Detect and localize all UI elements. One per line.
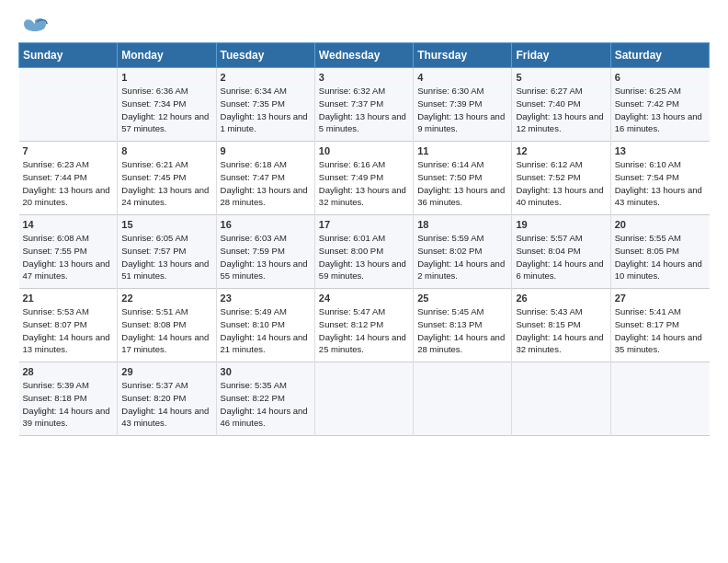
- column-header-saturday: Saturday: [610, 43, 709, 68]
- sunrise-text: Sunrise: 6:12 AM: [516, 158, 606, 171]
- day-number: 13: [615, 145, 706, 156]
- day-number: 28: [23, 366, 114, 377]
- cell-5-2: 29 Sunrise: 5:37 AM Sunset: 8:20 PM Dayl…: [118, 362, 216, 436]
- cell-4-3: 23 Sunrise: 5:49 AM Sunset: 8:10 PM Dayl…: [216, 289, 314, 362]
- day-number: 16: [221, 219, 311, 230]
- cell-info: Sunrise: 6:16 AM Sunset: 7:49 PM Dayligh…: [319, 158, 409, 209]
- day-number: 8: [121, 145, 211, 156]
- sunset-text: Sunset: 7:59 PM: [221, 245, 311, 258]
- daylight-text: Daylight: 14 hours and 2 minutes.: [417, 258, 507, 283]
- cell-2-5: 11 Sunrise: 6:14 AM Sunset: 7:50 PM Dayl…: [414, 142, 512, 215]
- cell-info: Sunrise: 6:34 AM Sunset: 7:35 PM Dayligh…: [221, 85, 311, 135]
- daylight-text: Daylight: 14 hours and 25 minutes.: [319, 331, 409, 357]
- week-row-4: 21 Sunrise: 5:53 AM Sunset: 8:07 PM Dayl…: [19, 289, 710, 362]
- cell-1-6: 5 Sunrise: 6:27 AM Sunset: 7:40 PM Dayli…: [512, 68, 610, 142]
- cell-info: Sunrise: 6:18 AM Sunset: 7:47 PM Dayligh…: [221, 158, 311, 209]
- cell-4-6: 26 Sunrise: 5:43 AM Sunset: 8:15 PM Dayl…: [512, 289, 610, 362]
- sunrise-text: Sunrise: 6:16 AM: [319, 158, 409, 171]
- sunset-text: Sunset: 8:04 PM: [516, 245, 606, 258]
- sunset-text: Sunset: 7:40 PM: [516, 98, 606, 110]
- cell-1-2: 1 Sunrise: 6:36 AM Sunset: 7:34 PM Dayli…: [118, 68, 216, 142]
- cell-3-7: 20 Sunrise: 5:55 AM Sunset: 8:05 PM Dayl…: [610, 215, 709, 289]
- cell-1-1: [19, 68, 118, 142]
- sunrise-text: Sunrise: 5:47 AM: [319, 305, 409, 318]
- cell-info: Sunrise: 6:08 AM Sunset: 7:55 PM Dayligh…: [23, 232, 114, 282]
- sunrise-text: Sunrise: 5:37 AM: [121, 379, 211, 392]
- sunset-text: Sunset: 7:42 PM: [615, 98, 706, 110]
- cell-4-7: 27 Sunrise: 5:41 AM Sunset: 8:17 PM Dayl…: [610, 289, 709, 362]
- header: [18, 17, 710, 35]
- daylight-text: Daylight: 14 hours and 17 minutes.: [121, 331, 211, 357]
- day-number: 6: [615, 72, 706, 83]
- day-number: 30: [221, 366, 311, 377]
- sunrise-text: Sunrise: 6:32 AM: [319, 85, 409, 98]
- sunrise-text: Sunrise: 6:23 AM: [23, 158, 114, 171]
- day-number: 21: [23, 293, 114, 304]
- cell-5-3: 30 Sunrise: 5:35 AM Sunset: 8:22 PM Dayl…: [216, 362, 314, 436]
- cell-info: Sunrise: 5:47 AM Sunset: 8:12 PM Dayligh…: [319, 305, 409, 356]
- sunset-text: Sunset: 8:20 PM: [121, 392, 211, 405]
- daylight-text: Daylight: 14 hours and 13 minutes.: [23, 331, 114, 357]
- cell-2-1: 7 Sunrise: 6:23 AM Sunset: 7:44 PM Dayli…: [19, 142, 118, 215]
- sunrise-text: Sunrise: 6:25 AM: [615, 85, 706, 98]
- sunset-text: Sunset: 8:08 PM: [121, 318, 211, 331]
- cell-3-4: 17 Sunrise: 6:01 AM Sunset: 8:00 PM Dayl…: [314, 215, 413, 289]
- sunrise-text: Sunrise: 5:35 AM: [221, 379, 311, 392]
- sunrise-text: Sunrise: 6:03 AM: [221, 232, 311, 245]
- day-number: 26: [516, 293, 606, 304]
- sunset-text: Sunset: 7:52 PM: [516, 171, 606, 184]
- cell-5-5: [414, 362, 512, 436]
- day-number: 27: [615, 293, 706, 304]
- sunset-text: Sunset: 8:05 PM: [615, 245, 706, 258]
- cell-info: Sunrise: 5:57 AM Sunset: 8:04 PM Dayligh…: [516, 232, 606, 282]
- daylight-text: Daylight: 13 hours and 5 minutes.: [319, 110, 409, 136]
- day-number: 14: [23, 219, 114, 230]
- daylight-text: Daylight: 14 hours and 32 minutes.: [516, 331, 606, 357]
- week-row-5: 28 Sunrise: 5:39 AM Sunset: 8:18 PM Dayl…: [19, 362, 710, 436]
- sunset-text: Sunset: 7:34 PM: [121, 98, 211, 110]
- logo: [18, 17, 48, 35]
- daylight-text: Daylight: 13 hours and 1 minute.: [221, 110, 311, 136]
- cell-4-2: 22 Sunrise: 5:51 AM Sunset: 8:08 PM Dayl…: [118, 289, 216, 362]
- cell-1-4: 3 Sunrise: 6:32 AM Sunset: 7:37 PM Dayli…: [314, 68, 413, 142]
- cell-5-7: [610, 362, 709, 436]
- day-number: 15: [121, 219, 211, 230]
- cell-info: Sunrise: 6:12 AM Sunset: 7:52 PM Dayligh…: [516, 158, 606, 209]
- sunrise-text: Sunrise: 6:05 AM: [121, 232, 211, 245]
- cell-info: Sunrise: 6:21 AM Sunset: 7:45 PM Dayligh…: [121, 158, 211, 209]
- day-number: 17: [319, 219, 409, 230]
- day-number: 7: [23, 145, 114, 156]
- cell-2-6: 12 Sunrise: 6:12 AM Sunset: 7:52 PM Dayl…: [512, 142, 610, 215]
- daylight-text: Daylight: 13 hours and 28 minutes.: [221, 184, 311, 210]
- daylight-text: Daylight: 13 hours and 43 minutes.: [615, 184, 706, 210]
- sunrise-text: Sunrise: 5:41 AM: [615, 305, 706, 318]
- cell-3-3: 16 Sunrise: 6:03 AM Sunset: 7:59 PM Dayl…: [216, 215, 314, 289]
- daylight-text: Daylight: 12 hours and 57 minutes.: [121, 110, 211, 136]
- cell-3-2: 15 Sunrise: 6:05 AM Sunset: 7:57 PM Dayl…: [118, 215, 216, 289]
- daylight-text: Daylight: 13 hours and 20 minutes.: [23, 184, 114, 210]
- cell-5-6: [512, 362, 610, 436]
- cell-info: Sunrise: 6:10 AM Sunset: 7:54 PM Dayligh…: [615, 158, 706, 209]
- sunset-text: Sunset: 7:57 PM: [121, 245, 211, 258]
- cell-info: Sunrise: 5:51 AM Sunset: 8:08 PM Dayligh…: [121, 305, 211, 356]
- cell-5-1: 28 Sunrise: 5:39 AM Sunset: 8:18 PM Dayl…: [19, 362, 118, 436]
- sunset-text: Sunset: 8:17 PM: [615, 318, 706, 331]
- cell-2-4: 10 Sunrise: 6:16 AM Sunset: 7:49 PM Dayl…: [314, 142, 413, 215]
- cell-3-1: 14 Sunrise: 6:08 AM Sunset: 7:55 PM Dayl…: [19, 215, 118, 289]
- cell-2-7: 13 Sunrise: 6:10 AM Sunset: 7:54 PM Dayl…: [610, 142, 709, 215]
- sunrise-text: Sunrise: 6:10 AM: [615, 158, 706, 171]
- cell-info: Sunrise: 6:01 AM Sunset: 8:00 PM Dayligh…: [319, 232, 409, 282]
- day-number: 23: [221, 293, 311, 304]
- sunset-text: Sunset: 7:45 PM: [121, 171, 211, 184]
- day-number: 11: [417, 145, 507, 156]
- cell-info: Sunrise: 6:32 AM Sunset: 7:37 PM Dayligh…: [319, 85, 409, 135]
- sunrise-text: Sunrise: 5:59 AM: [417, 232, 507, 245]
- cell-info: Sunrise: 5:49 AM Sunset: 8:10 PM Dayligh…: [221, 305, 311, 356]
- day-number: 12: [516, 145, 606, 156]
- daylight-text: Daylight: 14 hours and 39 minutes.: [23, 405, 114, 431]
- daylight-text: Daylight: 14 hours and 46 minutes.: [221, 405, 311, 431]
- sunset-text: Sunset: 8:18 PM: [23, 392, 114, 405]
- day-number: 25: [417, 293, 507, 304]
- cell-info: Sunrise: 5:45 AM Sunset: 8:13 PM Dayligh…: [417, 305, 507, 356]
- daylight-text: Daylight: 13 hours and 16 minutes.: [615, 110, 706, 136]
